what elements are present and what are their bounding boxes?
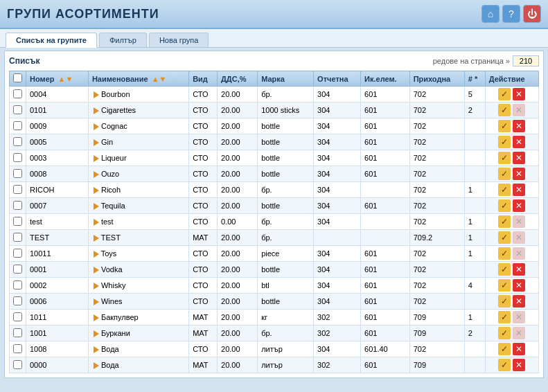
cell-marka: bottle	[258, 166, 314, 182]
edit-button[interactable]: ✓	[498, 215, 511, 228]
table-row: 0003 LiqueurСТО20.00bottle304601702✓ ✕	[10, 150, 539, 166]
row-checkbox[interactable]	[13, 137, 22, 146]
row-checkbox[interactable]	[13, 201, 22, 210]
cell-vid: МАТ	[189, 326, 218, 341]
cell-naim: Whisky	[88, 278, 188, 294]
edit-button[interactable]: ✓	[498, 104, 511, 116]
cell-ikel: 601	[361, 166, 410, 182]
delete-button[interactable]: ✕	[513, 199, 525, 212]
delete-button[interactable]: ✕	[513, 88, 525, 100]
sort-nomer-icon[interactable]: ▲▼	[58, 75, 73, 83]
edit-button[interactable]: ✓	[498, 168, 511, 180]
row-checkbox[interactable]	[13, 249, 22, 258]
cell-action: ✓ ✕	[485, 262, 538, 278]
cell-naim: Gin	[88, 134, 188, 150]
delete-button[interactable]: ✕	[513, 359, 525, 371]
edit-button[interactable]: ✓	[498, 263, 511, 276]
edit-button[interactable]: ✓	[498, 295, 511, 308]
row-checkbox[interactable]	[13, 185, 22, 194]
delete-button[interactable]: ✕	[513, 120, 525, 132]
row-arrow-icon	[94, 123, 99, 130]
tabs-bar: Списък на групите Филтър Нова група	[0, 29, 548, 48]
help-button[interactable]: ?	[502, 5, 520, 23]
row-checkbox[interactable]	[13, 89, 22, 98]
select-all-checkbox[interactable]	[13, 73, 22, 82]
cell-hash	[464, 262, 485, 278]
power-button[interactable]: ⏻	[523, 5, 541, 23]
edit-button[interactable]: ✓	[498, 88, 511, 100]
edit-button[interactable]: ✓	[498, 120, 511, 132]
row-checkbox-cell	[10, 341, 26, 357]
cell-nomer: TEST	[26, 230, 89, 246]
row-checkbox[interactable]	[13, 265, 22, 274]
edit-button[interactable]: ✓	[498, 199, 511, 212]
rows-per-page-input[interactable]	[513, 55, 539, 66]
tab-filter[interactable]: Филтър	[99, 33, 147, 47]
edit-button[interactable]: ✓	[498, 343, 511, 355]
cell-naim: Cigarettes	[88, 103, 188, 118]
cell-prihodna: 702	[409, 246, 464, 262]
row-arrow-icon	[94, 155, 99, 162]
edit-button[interactable]: ✓	[498, 279, 511, 292]
row-checkbox[interactable]	[13, 360, 22, 369]
cell-prihodna: 709	[409, 310, 464, 326]
delete-button[interactable]: ✕	[513, 295, 525, 308]
cell-vid: СТО	[189, 262, 218, 278]
cell-ikel: 601	[361, 278, 410, 294]
row-checkbox-cell	[10, 310, 26, 326]
delete-button[interactable]: ✕	[513, 279, 525, 292]
tab-new-group[interactable]: Нова група	[149, 33, 209, 47]
delete-button[interactable]: ✕	[513, 184, 525, 196]
delete-button[interactable]: ✕	[513, 263, 525, 276]
cell-ikel	[361, 182, 410, 198]
row-checkbox[interactable]	[13, 217, 22, 226]
cell-otchetna: 302	[314, 357, 361, 373]
cell-otchetna: 302	[314, 326, 361, 341]
cell-dds: 20.00	[218, 150, 258, 166]
row-checkbox[interactable]	[13, 344, 22, 353]
row-checkbox-cell	[10, 262, 26, 278]
row-checkbox[interactable]	[13, 169, 22, 178]
cell-prihodna: 702	[409, 150, 464, 166]
delete-button[interactable]: ✕	[513, 168, 525, 180]
edit-button[interactable]: ✓	[498, 311, 511, 323]
cell-naim: test	[88, 214, 188, 230]
edit-button[interactable]: ✓	[498, 184, 511, 196]
cell-prihodna: 702	[409, 134, 464, 150]
cell-hash	[464, 134, 485, 150]
edit-button[interactable]: ✓	[498, 152, 511, 164]
cell-naim: Vodka	[88, 262, 188, 278]
row-arrow-icon	[94, 314, 99, 321]
row-checkbox[interactable]	[13, 105, 22, 114]
home-button[interactable]: ⌂	[481, 5, 500, 23]
cell-nomer: 0101	[26, 103, 89, 118]
cell-ikel: 601	[361, 87, 410, 103]
cell-dds: 20.00	[218, 103, 258, 118]
table-row: 0004 BourbonСТО20.00бр.3046017025✓ ✕	[10, 87, 539, 103]
row-checkbox[interactable]	[13, 233, 22, 242]
sort-naim-icon[interactable]: ▲▼	[152, 75, 167, 83]
row-checkbox[interactable]	[13, 280, 22, 289]
row-checkbox[interactable]	[13, 153, 22, 162]
delete-button[interactable]: ✕	[513, 152, 525, 164]
cell-action: ✓ ✕	[485, 118, 538, 134]
row-checkbox[interactable]	[13, 296, 22, 305]
cell-vid: СТО	[189, 166, 218, 182]
row-checkbox[interactable]	[13, 312, 22, 321]
edit-button[interactable]: ✓	[498, 327, 511, 339]
edit-button[interactable]: ✓	[498, 247, 511, 260]
edit-button[interactable]: ✓	[498, 136, 511, 148]
delete-button[interactable]: ✕	[513, 136, 525, 148]
edit-button[interactable]: ✓	[498, 359, 511, 371]
cell-vid: СТО	[189, 294, 218, 310]
cell-marka: bottle	[258, 294, 314, 310]
cell-naim: Вода	[88, 341, 188, 357]
row-checkbox[interactable]	[13, 121, 22, 130]
edit-button[interactable]: ✓	[498, 231, 511, 244]
row-checkbox[interactable]	[13, 328, 22, 337]
cell-vid: СТО	[189, 150, 218, 166]
row-checkbox-cell	[10, 103, 26, 118]
tab-list[interactable]: Списък на групите	[6, 33, 97, 48]
cell-hash	[464, 166, 485, 182]
delete-button[interactable]: ✕	[513, 343, 525, 355]
